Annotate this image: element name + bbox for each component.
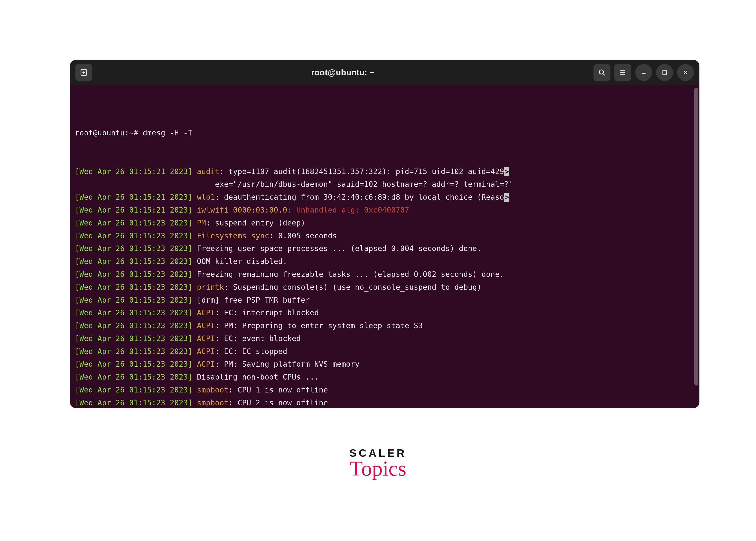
log-line: [Wed Apr 26 01:15:23 2023] Freezing user… (75, 242, 699, 255)
log-line: [Wed Apr 26 01:15:23 2023] ACPI: EC: eve… (75, 332, 699, 345)
menu-button[interactable] (614, 64, 631, 81)
dmesg-output: [Wed Apr 26 01:15:21 2023] audit: type=1… (75, 165, 699, 408)
log-line: [Wed Apr 26 01:15:21 2023] wlo1: deauthe… (75, 191, 699, 204)
log-line: [Wed Apr 26 01:15:23 2023] PM: suspend e… (75, 217, 699, 230)
titlebar-right (593, 64, 694, 81)
svg-point-3 (599, 70, 603, 74)
new-tab-button[interactable] (75, 64, 92, 81)
svg-line-4 (603, 74, 605, 75)
log-line: exe="/usr/bin/dbus-daemon" sauid=102 hos… (75, 178, 699, 191)
log-line: [Wed Apr 26 01:15:23 2023] OOM killer di… (75, 255, 699, 268)
log-line: [Wed Apr 26 01:15:23 2023] ACPI: EC: EC … (75, 345, 699, 358)
watermark: SCALER Topics (349, 447, 406, 481)
log-line: [Wed Apr 26 01:15:23 2023] ACPI: PM: Sav… (75, 358, 699, 371)
minimize-button[interactable] (635, 64, 652, 81)
search-button[interactable] (593, 64, 610, 81)
log-line: [Wed Apr 26 01:15:21 2023] audit: type=1… (75, 165, 699, 178)
window-title: root@ubuntu: ~ (96, 68, 589, 77)
log-line: [Wed Apr 26 01:15:23 2023] ACPI: EC: int… (75, 306, 699, 319)
log-line: [Wed Apr 26 01:15:23 2023] ACPI: PM: Pre… (75, 319, 699, 332)
log-line: [Wed Apr 26 01:15:23 2023] smpboot: CPU … (75, 396, 699, 408)
log-line: [Wed Apr 26 01:15:23 2023] [drm] free PS… (75, 294, 699, 306)
terminal-window: root@ubuntu: ~ root@ubuntu:~# dmesg -H -… (70, 60, 699, 408)
log-line: [Wed Apr 26 01:15:23 2023] Disabling non… (75, 371, 699, 383)
log-line: [Wed Apr 26 01:15:23 2023] smpboot: CPU … (75, 383, 699, 396)
log-line: [Wed Apr 26 01:15:23 2023] Filesystems s… (75, 230, 699, 243)
log-line: [Wed Apr 26 01:15:23 2023] printk: Suspe… (75, 281, 699, 294)
titlebar: root@ubuntu: ~ (70, 60, 699, 85)
close-button[interactable] (677, 64, 694, 81)
log-line: [Wed Apr 26 01:15:21 2023] iwlwifi 0000:… (75, 204, 699, 217)
log-line: [Wed Apr 26 01:15:23 2023] Freezing rema… (75, 268, 699, 281)
prompt-line: root@ubuntu:~# dmesg -H -T (75, 127, 699, 140)
terminal-body[interactable]: root@ubuntu:~# dmesg -H -T [Wed Apr 26 0… (70, 85, 699, 408)
svg-rect-9 (663, 71, 666, 74)
maximize-button[interactable] (656, 64, 673, 81)
scrollbar[interactable] (694, 88, 698, 385)
watermark-line2: Topics (349, 456, 406, 481)
